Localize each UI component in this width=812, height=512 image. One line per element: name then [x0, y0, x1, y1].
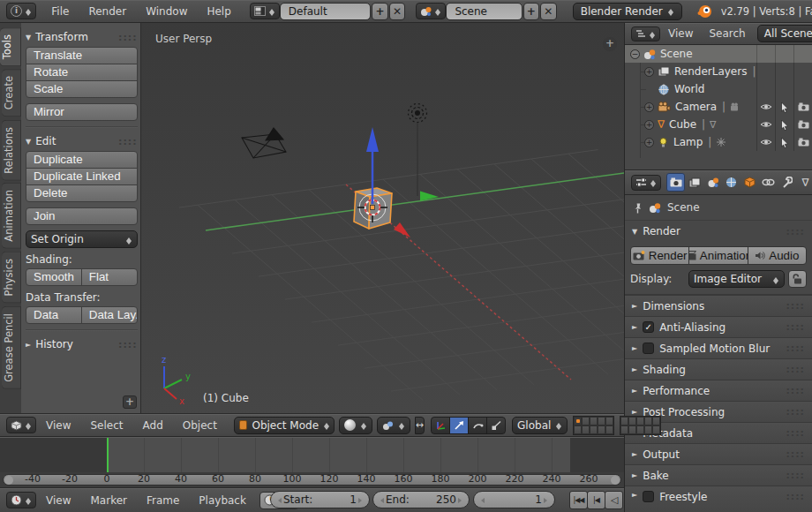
panel-grip-icon[interactable]: ::::: [786, 427, 805, 439]
screen-layout-name-field[interactable]: Default: [280, 3, 372, 20]
collapse-expander-icon[interactable]: +: [644, 102, 654, 112]
editor-type-button-timeline[interactable]: [6, 492, 36, 508]
motion-blur-checkbox-unchecked[interactable]: [643, 343, 654, 354]
manipulator-translate-button[interactable]: [449, 417, 469, 434]
manipulator-x-arrow[interactable]: [394, 222, 410, 237]
scene-name-field[interactable]: Scene: [446, 3, 522, 20]
render-still-button[interactable]: Render: [630, 246, 689, 265]
menu-file[interactable]: File: [41, 5, 79, 18]
history-panel-header[interactable]: ► History ::::: [26, 335, 138, 354]
panel-shading[interactable]: ► Shading ::::: [625, 358, 812, 380]
current-frame-field[interactable]: 1: [473, 491, 555, 508]
display-select[interactable]: Image Editor: [688, 270, 785, 288]
visibility-eye-toggle[interactable]: [756, 98, 775, 116]
manipulator-rotate-button[interactable]: [468, 417, 487, 434]
editor-type-button-info[interactable]: i: [6, 3, 36, 19]
collapse-expander-icon[interactable]: +: [644, 120, 654, 130]
outliner-row-cube[interactable]: + ∇ Cube | ∇: [625, 116, 812, 133]
renderability-camera-toggle[interactable]: [793, 133, 812, 151]
selectability-cursor-toggle[interactable]: [775, 116, 793, 133]
timeline-menu-frame[interactable]: Frame: [137, 494, 189, 507]
panel-grip-icon[interactable]: ::::: [118, 32, 138, 43]
tab-modifiers[interactable]: [778, 173, 796, 192]
panel-sampled-motion-blur[interactable]: ► Sampled Motion Blur ::::: [625, 337, 812, 358]
panel-grip-icon[interactable]: ::::: [786, 491, 805, 502]
edit-panel-header[interactable]: ▼ Edit ::::: [26, 132, 138, 151]
outliner-menu-search[interactable]: Search: [701, 27, 753, 40]
tab-render[interactable]: [666, 173, 685, 192]
screen-layout-browse-button[interactable]: [250, 3, 280, 19]
join-button[interactable]: Join: [26, 207, 138, 225]
panel-grip-icon[interactable]: ::::: [786, 364, 805, 375]
render-audio-button[interactable]: Audio: [748, 246, 807, 265]
shade-flat-button[interactable]: Flat: [81, 268, 138, 286]
visibility-eye-toggle[interactable]: [756, 116, 775, 133]
transform-orientation-select[interactable]: Global: [512, 417, 568, 434]
shade-smooth-button[interactable]: Smooth: [26, 268, 82, 286]
panel-grip-icon[interactable]: ::::: [118, 136, 138, 147]
menu-add[interactable]: Add: [133, 419, 173, 432]
frame-end-field[interactable]: End: 250: [372, 491, 470, 508]
duplicate-linked-button[interactable]: Duplicate Linked: [26, 168, 138, 185]
collapse-expander-icon[interactable]: +: [644, 138, 654, 147]
editor-type-button-3dview[interactable]: [6, 417, 36, 433]
scene-browse-button[interactable]: [416, 3, 446, 19]
panel-grip-icon[interactable]: ::::: [786, 226, 805, 237]
add-scene-button[interactable]: +: [523, 3, 540, 20]
collapse-expander-icon[interactable]: −: [630, 49, 640, 59]
panel-performance[interactable]: ► Performance ::::: [625, 380, 812, 401]
layers-grid-1[interactable]: [573, 416, 614, 435]
tab-object[interactable]: [741, 173, 759, 192]
panel-grip-icon[interactable]: ::::: [786, 385, 805, 396]
pin-icon[interactable]: [633, 202, 643, 214]
tab-constraints[interactable]: [759, 173, 778, 192]
panel-freestyle[interactable]: ► Freestyle ::::: [625, 486, 812, 512]
outliner-row-camera[interactable]: + Camera |: [625, 98, 812, 116]
panel-bake[interactable]: ► Bake ::::: [625, 464, 812, 486]
visibility-eye-toggle[interactable]: [756, 133, 775, 151]
play-reverse-button[interactable]: ◁: [605, 491, 623, 509]
manipulator-scale-button[interactable]: [486, 417, 506, 434]
selectability-cursor-toggle[interactable]: [775, 98, 793, 116]
layers-grid-2[interactable]: [620, 416, 661, 435]
delete-button[interactable]: Delete: [26, 184, 138, 202]
render-animation-button[interactable]: Animation: [688, 246, 748, 265]
mode-select[interactable]: Object Mode: [234, 417, 335, 434]
timeline-scrollbar-handle[interactable]: [3, 474, 621, 486]
collapse-expander-icon[interactable]: +: [644, 67, 654, 77]
anti-aliasing-checkbox-checked[interactable]: ✓: [643, 321, 654, 333]
panel-grip-icon[interactable]: ::::: [786, 470, 805, 481]
manipulator-center-toggle[interactable]: ↔: [415, 417, 425, 434]
panel-grip-icon[interactable]: ::::: [118, 339, 138, 350]
add-layout-button[interactable]: +: [372, 3, 388, 20]
panel-dimensions[interactable]: ► Dimensions ::::: [625, 295, 812, 316]
menu-select[interactable]: Select: [80, 419, 132, 432]
menu-view[interactable]: View: [36, 419, 80, 432]
outliner-menu-view[interactable]: View: [660, 27, 701, 40]
timeline-menu-playback[interactable]: Playback: [189, 494, 256, 507]
display-lock-button[interactable]: [788, 270, 807, 288]
data-button[interactable]: Data: [26, 306, 82, 324]
data-layers-button[interactable]: Data Lay...: [81, 306, 138, 324]
timeline-scrollbar[interactable]: -40 -20 0 20 40 60 80 100 120 140 160 18…: [0, 472, 624, 487]
shelf-tab-relations[interactable]: Relations: [2, 120, 21, 181]
previous-keyframe-button[interactable]: |◀: [587, 491, 605, 509]
outliner-row-world[interactable]: + World: [625, 80, 812, 98]
timeline-menu-view[interactable]: View: [36, 494, 80, 507]
lamp-object[interactable]: [409, 104, 427, 197]
shelf-tab-animation[interactable]: Animation: [2, 183, 21, 249]
properties-region-expand-button[interactable]: +: [603, 37, 617, 51]
shelf-tab-physics[interactable]: Physics: [2, 252, 21, 304]
editor-type-button-properties[interactable]: [631, 175, 661, 191]
manipulator-toggle-button[interactable]: [431, 417, 450, 434]
camera-object[interactable]: [242, 128, 286, 158]
outliner-row-lamp[interactable]: + Lamp |: [625, 133, 812, 151]
shelf-tab-grease-pencil[interactable]: Grease Pencil: [2, 306, 21, 389]
menu-render[interactable]: Render: [79, 5, 136, 18]
viewport-shading-select[interactable]: [339, 417, 372, 434]
panel-grip-icon[interactable]: ::::: [786, 448, 805, 460]
outliner-display-filter[interactable]: All Scenes: [757, 25, 812, 42]
duplicate-button[interactable]: Duplicate: [26, 151, 138, 169]
menu-help[interactable]: Help: [197, 5, 240, 18]
editor-type-button-outliner[interactable]: [631, 26, 660, 41]
